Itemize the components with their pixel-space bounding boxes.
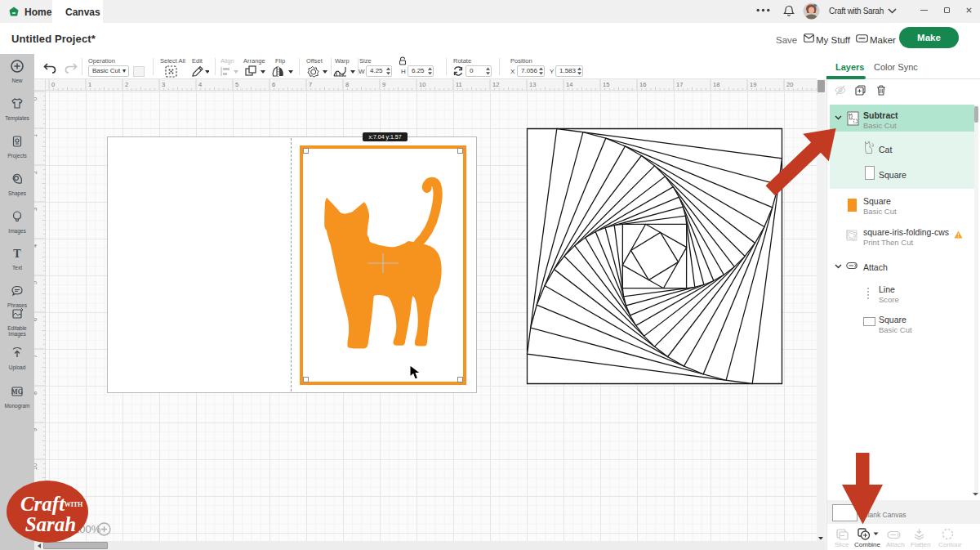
svg-text:19: 19	[750, 81, 756, 88]
svg-text:8: 8	[345, 81, 349, 88]
svg-text:9: 9	[382, 81, 385, 88]
svg-text:0: 0	[51, 81, 55, 88]
svg-text:3: 3	[34, 208, 38, 211]
svg-text:10: 10	[419, 81, 425, 88]
svg-text:6: 6	[34, 318, 38, 321]
svg-text:Craft: Craft	[20, 493, 65, 515]
svg-text:1: 1	[34, 134, 38, 137]
svg-text:15: 15	[603, 81, 609, 88]
svg-text:2: 2	[125, 81, 128, 88]
svg-text:5: 5	[235, 81, 238, 88]
svg-text:10: 10	[34, 463, 38, 470]
svg-text:4: 4	[198, 81, 202, 88]
svg-text:4: 4	[34, 244, 38, 248]
svg-text:20: 20	[786, 81, 793, 88]
svg-text:WITH: WITH	[65, 501, 83, 508]
svg-text:6: 6	[272, 81, 275, 88]
svg-text:17: 17	[676, 81, 683, 88]
svg-text:13: 13	[529, 81, 536, 88]
svg-text:0: 0	[34, 97, 38, 101]
svg-text:14: 14	[566, 81, 572, 88]
svg-text:18: 18	[713, 81, 719, 88]
svg-text:5: 5	[34, 281, 38, 284]
svg-text:MG: MG	[11, 388, 23, 396]
svg-text:7: 7	[34, 355, 38, 358]
svg-text:8: 8	[34, 391, 38, 395]
svg-text:9: 9	[34, 428, 38, 432]
svg-text:16: 16	[639, 81, 646, 88]
svg-text:11: 11	[456, 81, 462, 88]
svg-text:7: 7	[309, 81, 312, 88]
svg-text:T: T	[13, 247, 21, 259]
svg-text:3: 3	[162, 81, 165, 88]
svg-text:12: 12	[492, 81, 499, 88]
svg-text:1: 1	[88, 81, 91, 88]
svg-text:2: 2	[34, 171, 38, 174]
svg-text:Sarah: Sarah	[25, 513, 77, 535]
